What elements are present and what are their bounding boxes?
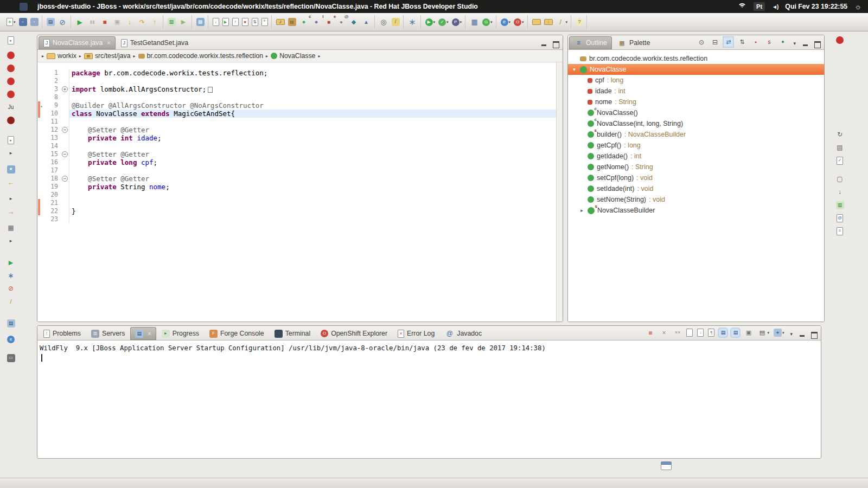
new-enum-button[interactable]: ■e — [323, 16, 335, 28]
outline-item-setnome-string[interactable]: setNome(String) : void — [568, 194, 824, 205]
code-line-19[interactable]: 19 private String nome; — [37, 183, 556, 191]
display-console-button[interactable]: ▤▾ — [756, 327, 771, 338]
fold-plus-icon[interactable]: + — [62, 86, 68, 92]
outline-item-nome[interactable]: nome : String — [568, 97, 824, 107]
collapsed-region-icon[interactable] — [208, 87, 213, 93]
outline-item-getnome[interactable]: getNome() : String — [568, 162, 824, 172]
outline-item-getidade[interactable]: getIdade() : int — [568, 151, 824, 162]
outline-item-br-com-codecode-workix-tests-reflection[interactable]: br.com.codecode.workix.tests.reflection — [568, 53, 824, 64]
snippets-view-icon[interactable]: ▢ — [832, 173, 847, 185]
outline-view-menu-button[interactable]: ▾ — [793, 41, 796, 46]
console-tab[interactable]: ▤× — [130, 327, 156, 340]
run-shortcut-icon[interactable]: ▶ — [3, 256, 18, 268]
outline-item-setidade-int[interactable]: setIdade(int) : void — [568, 183, 824, 194]
new-table-button[interactable]: ▦ — [468, 16, 481, 28]
code-line-21[interactable]: 21 — [37, 199, 556, 207]
console-tab-servers[interactable]: ▥Servers — [86, 327, 130, 340]
run-button[interactable]: ▶▾ — [424, 17, 437, 27]
code-line-23[interactable]: 23 — [37, 215, 556, 223]
import-button[interactable]: ↓ — [542, 18, 554, 26]
breadcrumb-item-br-com-codecode-workix-tests-reflection[interactable]: br.com.codecode.workix.tests.reflection — [138, 52, 264, 60]
new-package-button[interactable]: ▤ — [286, 17, 298, 27]
console-output[interactable]: WildFly 9.x [JBoss Application Server St… — [37, 341, 821, 458]
hide-static-button[interactable]: s — [763, 36, 775, 48]
server-start-button[interactable]: ▶ — [221, 17, 231, 27]
console-tab-javadoc[interactable]: @Javadoc — [440, 327, 487, 340]
code-line-18[interactable]: 18− @Setter @Getter — [37, 175, 556, 183]
outline-item-novaclasse[interactable]: cNovaClasse() — [568, 107, 824, 118]
console-tab-forge-console[interactable]: FForge Console — [205, 327, 269, 340]
coverage-last-button[interactable]: ▥ — [166, 17, 177, 27]
screenshot-button[interactable]: ▩ — [195, 17, 206, 27]
code-line-16[interactable]: 16 private long cpf; — [37, 158, 556, 166]
editor-tab-testgetandset-java[interactable]: JTestGetandSet.java — [116, 36, 193, 49]
code-line-17[interactable]: 17 — [37, 166, 556, 175]
expander-icon-2[interactable]: ▸ — [3, 192, 18, 204]
profile-button[interactable]: P▾ — [450, 17, 464, 27]
terminate-button[interactable]: ■ — [99, 16, 111, 28]
sort-button[interactable]: ⇅ — [736, 36, 748, 48]
code-line-14[interactable]: 14 — [37, 142, 556, 150]
breadcrumb-item-novaclasse[interactable]: NovaClasse — [271, 52, 315, 60]
new-java-project-button[interactable]: J — [275, 18, 286, 26]
navigate-forward-icon[interactable]: → — [3, 206, 18, 217]
remove-launch-button[interactable]: × — [658, 327, 670, 338]
console-maximize-button[interactable] — [810, 331, 818, 338]
code-line-9[interactable]: ▴9@Builder @AllArgsConstructor @NoArgsCo… — [37, 101, 556, 110]
link-editor-button[interactable]: ⇄ — [722, 36, 735, 48]
scroll-lock-button[interactable]: ↓ — [695, 328, 705, 338]
console-view-menu-button[interactable]: ▾ — [790, 331, 793, 337]
jboss-view-icon-4[interactable] — [3, 88, 18, 100]
terminate-console-button[interactable]: ■ — [644, 327, 656, 338]
new-class-button[interactable]: ●c — [298, 16, 310, 28]
stop-shortcut-icon[interactable]: ⊘ — [3, 282, 18, 294]
minimized-view-icon[interactable] — [661, 461, 672, 470]
code-line-3[interactable]: 3+import lombok.AllArgsConstructor; — [37, 85, 556, 93]
expander-icon[interactable]: ▾ — [571, 67, 577, 72]
code-line-11[interactable]: 11 — [37, 118, 556, 126]
code-line-10[interactable]: 10class NovaClasse extends MagicGetAndSe… — [37, 110, 556, 118]
edit-shortcut-icon[interactable]: / — [3, 296, 18, 307]
grid-view-icon[interactable]: ▦ — [3, 222, 18, 234]
import-view-icon[interactable]: ↓ — [832, 186, 847, 198]
focus-button[interactable]: ⊙ — [695, 36, 707, 48]
outline-item-novaclassebuilder[interactable]: ▸sNovaClasseBuilder — [568, 205, 824, 216]
editor-tab-novaclasse-java[interactable]: JNovaClasse.java× — [39, 36, 116, 49]
code-line-15[interactable]: 15− @Setter @Getter — [37, 150, 556, 158]
annotate-button[interactable]: / — [390, 17, 401, 27]
console-tab-progress[interactable]: ▸Progress — [157, 327, 204, 340]
editor-minimize-button[interactable] — [540, 41, 548, 47]
jboss-view-icon-3[interactable] — [3, 75, 18, 87]
new-annotation-button[interactable]: ●@ — [335, 16, 348, 28]
word-wrap-button[interactable]: ¶ — [706, 328, 716, 338]
open-console-button[interactable]: +▾ — [772, 328, 786, 338]
open-resource-button[interactable] — [531, 18, 542, 26]
hide-fields-button[interactable]: ▪ — [749, 36, 762, 48]
console-tab-problems[interactable]: !Problems — [39, 327, 86, 340]
server-clean-button[interactable]: * — [260, 17, 270, 27]
snowflake-button[interactable]: ∗ — [406, 16, 419, 28]
device-shortcut-icon[interactable]: ▭ — [3, 352, 18, 364]
open-type-button[interactable]: ◎ — [378, 16, 390, 28]
run-last-button[interactable]: ▶ — [177, 16, 190, 28]
network-icon[interactable] — [737, 3, 746, 10]
overview-ruler[interactable] — [556, 62, 563, 322]
code-line-20[interactable]: 20 — [37, 191, 556, 199]
openshift-button[interactable]: O▾ — [512, 17, 526, 27]
pin-console-button[interactable]: ▣ — [742, 327, 755, 338]
jboss-view-icon-5[interactable] — [3, 114, 18, 126]
code-line-8[interactable]: 8 — [37, 93, 556, 101]
junit-view-icon[interactable]: Ju — [3, 101, 18, 113]
outline-item-idade[interactable]: idade : int — [568, 86, 824, 97]
fold-minus-icon[interactable]: − — [62, 151, 68, 157]
code-line-13[interactable]: 13 private int idade; — [37, 134, 556, 142]
fold-minus-icon[interactable]: − — [62, 127, 68, 133]
code-line-22[interactable]: 22} — [37, 207, 556, 215]
clear-console-button[interactable] — [685, 328, 694, 338]
volume-icon[interactable]: ◄) — [772, 4, 778, 10]
expander-icon-3[interactable]: ▸ — [3, 235, 18, 247]
stderr-when-changed-button[interactable]: ▤ — [730, 328, 741, 338]
outline-item-novaclasse[interactable]: ▾NovaClasse — [568, 64, 824, 75]
code-line-12[interactable]: 12− @Setter @Getter — [37, 126, 556, 134]
keyboard-indicator[interactable]: Pt — [754, 2, 765, 11]
